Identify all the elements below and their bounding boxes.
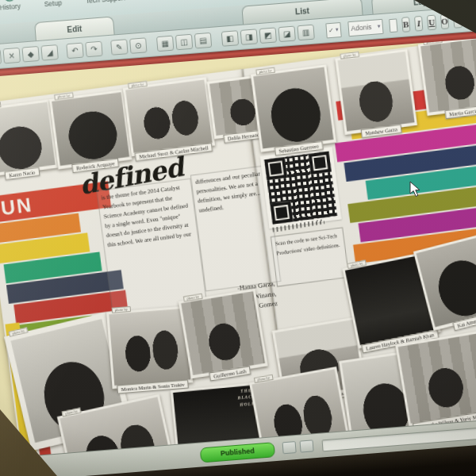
frame-right-button[interactable]: ◨ bbox=[240, 29, 258, 45]
photo-image bbox=[253, 67, 333, 149]
photo-martia-garcia[interactable]: photo by Martia Garcia bbox=[418, 36, 476, 116]
chevron-down-icon: ▾ bbox=[336, 26, 339, 33]
chevron-down-icon: ▾ bbox=[377, 23, 380, 29]
monitor-photo: History Setup Tech Support ••••• Edit bbox=[0, 0, 476, 476]
frame-top-button[interactable]: ◩ bbox=[259, 27, 277, 44]
underline-button[interactable]: U bbox=[427, 14, 436, 30]
photo-sebastian-guerrero[interactable]: photo by Sebastian Guerrero bbox=[251, 64, 336, 152]
photo-image bbox=[181, 291, 265, 375]
qr-caption[interactable]: Scan the code to see Sci-Tech Production… bbox=[271, 227, 350, 286]
qr-code[interactable] bbox=[259, 147, 341, 228]
page-columns-button[interactable]: ▥ bbox=[297, 24, 314, 40]
draw-tool-button[interactable]: ✎ bbox=[110, 39, 128, 56]
bold-button[interactable]: B bbox=[401, 17, 411, 33]
photo-image bbox=[420, 37, 476, 113]
check-icon: ✓ bbox=[328, 26, 334, 33]
sticker-button[interactable]: ◉ bbox=[0, 48, 2, 65]
photo-image bbox=[0, 102, 56, 175]
photo-image bbox=[109, 309, 190, 386]
zoom-tool-button[interactable]: ⊙ bbox=[129, 37, 147, 54]
photo-roderick-acquaye[interactable]: photo by Roderick Acquaye bbox=[49, 90, 132, 170]
photo-monica-marin-sonia-trakiv[interactable]: photo by Monica Marin & Sonia Trakiv bbox=[106, 305, 193, 389]
photo-karen-nacio[interactable]: photo by Karen Nacio bbox=[0, 99, 58, 177]
qr-finder-icon bbox=[309, 152, 332, 175]
publish-status-button[interactable]: Published bbox=[200, 442, 275, 463]
zoom-out-button[interactable] bbox=[282, 441, 297, 454]
style-dropdown[interactable]: ✓ ▾ bbox=[325, 22, 341, 38]
crop-button[interactable]: ◢ bbox=[40, 44, 58, 61]
text-wrap-button[interactable]: ▤ bbox=[194, 32, 212, 48]
photo-michael-storz-caelan-mitchell[interactable]: photo by Michael Storz & Caelan Mitchell bbox=[123, 77, 215, 156]
photo-image bbox=[52, 92, 129, 166]
align-center-button[interactable]: ≡ bbox=[466, 11, 476, 27]
canvas-workspace[interactable]: UN defined is the theme for the 2014 Cat… bbox=[0, 36, 476, 460]
tech-support-label: Tech Support bbox=[85, 0, 125, 5]
undo-button[interactable]: ↶ bbox=[66, 42, 83, 59]
frame-left-button[interactable]: ◧ bbox=[221, 30, 239, 47]
spread-view-button[interactable]: ◫ bbox=[175, 33, 193, 50]
shape-button[interactable]: ◆ bbox=[21, 45, 39, 62]
qr-finder-icon bbox=[270, 202, 293, 225]
align-left-button[interactable]: ≡ bbox=[453, 13, 463, 29]
title-un: UN bbox=[0, 193, 34, 219]
photo-image bbox=[338, 52, 415, 131]
redo-button[interactable]: ↷ bbox=[85, 40, 102, 57]
zoom-in-button[interactable] bbox=[300, 440, 314, 452]
font-size-field[interactable] bbox=[390, 18, 398, 33]
cut-button[interactable]: × bbox=[3, 47, 21, 63]
font-name-value: Adonis bbox=[351, 23, 372, 33]
frame-bottom-button[interactable]: ◪ bbox=[278, 25, 295, 42]
font-family-select[interactable]: Adonis ▾ bbox=[347, 18, 384, 36]
photo-guillermo-lash[interactable]: photo by Guillermo Lash bbox=[178, 289, 268, 379]
history-button[interactable]: History bbox=[0, 0, 21, 12]
photo-samantha-wilson-yuriy-munis[interactable]: Samantha Wilson & Yuriy Munis bbox=[395, 331, 476, 427]
photo-image bbox=[398, 333, 476, 423]
yearbook-spread: UN defined is the theme for the 2014 Cat… bbox=[0, 36, 476, 460]
grid-view-button[interactable]: ▦ bbox=[156, 35, 174, 52]
setup-button[interactable]: Setup bbox=[43, 0, 62, 8]
photo-matthew-garza[interactable]: photo by Matthew Garza bbox=[335, 49, 417, 135]
tech-support-button[interactable]: Tech Support bbox=[84, 0, 125, 5]
italic-button[interactable]: I bbox=[414, 15, 424, 31]
setup-label: Setup bbox=[44, 0, 62, 8]
history-label: History bbox=[0, 2, 21, 12]
photo-image bbox=[125, 79, 213, 152]
app-window: History Setup Tech Support ••••• Edit bbox=[0, 0, 476, 476]
qr-finder-icon bbox=[264, 157, 287, 180]
outline-button[interactable]: O bbox=[440, 13, 449, 29]
qr-pattern bbox=[264, 152, 337, 225]
